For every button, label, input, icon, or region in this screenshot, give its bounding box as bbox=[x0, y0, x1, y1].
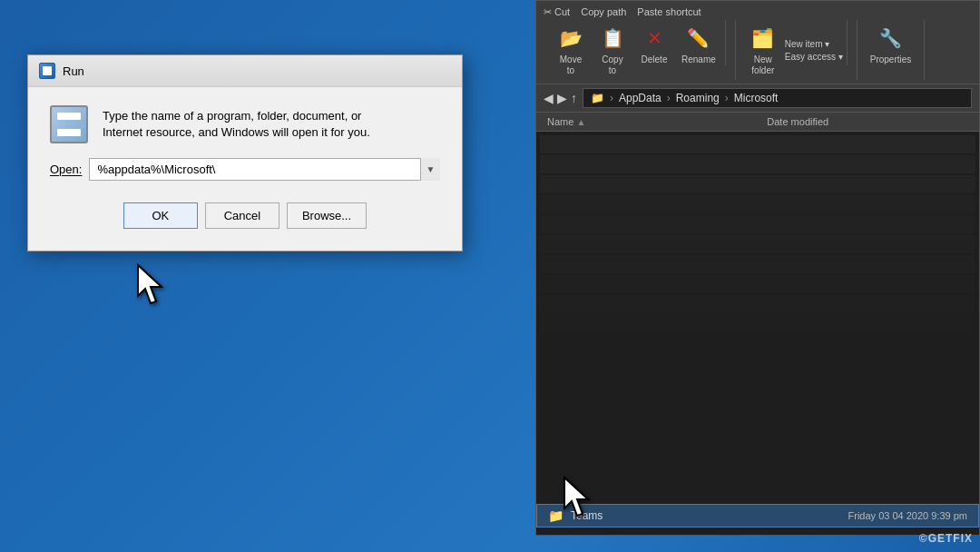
run-cancel-button[interactable]: Cancel bbox=[205, 202, 279, 229]
run-title-icon bbox=[39, 63, 55, 79]
rename-icon: ✏️ bbox=[684, 24, 713, 53]
blurred-row-6 bbox=[540, 235, 975, 253]
forward-button[interactable]: ▶ bbox=[557, 91, 567, 105]
blurred-row-2 bbox=[540, 155, 975, 173]
cut-menu-item[interactable]: ✂ Cut bbox=[544, 6, 570, 18]
run-browse-button[interactable]: Browse... bbox=[287, 202, 367, 229]
move-to-button[interactable]: 📂 Move to bbox=[551, 20, 591, 80]
run-header: Type the name of a program, folder, docu… bbox=[50, 105, 440, 143]
cursor-ok bbox=[136, 263, 172, 312]
ribbon: ✂ Cut Copy path Paste shortcut 📂 Move to… bbox=[536, 1, 979, 84]
copy-path-menu-item[interactable]: Copy path bbox=[581, 6, 626, 18]
ribbon-group-organize: 📂 Move to 📋 Copy to ✕ Delete ✏️ Rename bbox=[544, 20, 736, 80]
name-column-header[interactable]: Name ▲ bbox=[547, 116, 585, 127]
blurred-row-4 bbox=[540, 195, 975, 213]
desktop: ✂ Cut Copy path Paste shortcut 📂 Move to… bbox=[0, 0, 980, 552]
run-buttons: OK Cancel Browse... bbox=[50, 195, 440, 232]
ribbon-groups: 📂 Move to 📋 Copy to ✕ Delete ✏️ Rename bbox=[544, 20, 972, 80]
run-body: Type the name of a program, folder, docu… bbox=[28, 87, 462, 251]
breadcrumb-separator-2: › bbox=[725, 92, 729, 104]
back-button[interactable]: ◀ bbox=[544, 91, 554, 105]
blurred-row-3 bbox=[540, 175, 975, 193]
column-headers: Name ▲ Date modified bbox=[536, 113, 979, 132]
breadcrumb-separator-1: › bbox=[667, 92, 671, 104]
delete-button[interactable]: ✕ Delete bbox=[634, 20, 674, 80]
ribbon-separator-1 bbox=[725, 20, 726, 65]
nav-buttons: ◀ ▶ ↑ bbox=[544, 91, 577, 105]
run-big-icon bbox=[50, 105, 88, 143]
breadcrumb-folder-icon: 📁 bbox=[591, 92, 604, 104]
run-dialog: Run Type the name of a program, folder, … bbox=[27, 54, 463, 251]
new-folder-icon: 🗂️ bbox=[749, 24, 778, 53]
svg-marker-0 bbox=[138, 265, 162, 303]
breadcrumb-item-appdata[interactable]: AppData bbox=[619, 92, 662, 104]
move-to-icon: 📂 bbox=[556, 24, 585, 53]
teams-folder-row[interactable]: 📁 Teams Friday 03 04 2020 9:39 pm bbox=[536, 504, 979, 527]
teams-folder-date: Friday 03 04 2020 9:39 pm bbox=[848, 510, 967, 521]
run-input-wrapper: ▼ bbox=[89, 158, 440, 181]
easy-access-button[interactable]: Easy access ▾ bbox=[785, 52, 843, 62]
copy-to-icon: 📋 bbox=[598, 24, 627, 53]
blurred-files-area bbox=[536, 132, 979, 480]
ribbon-group-open: 🔧 Properties bbox=[858, 20, 926, 80]
breadcrumb-item-microsoft[interactable]: Microsoft bbox=[734, 92, 779, 104]
properties-icon: 🔧 bbox=[877, 24, 906, 53]
sort-indicator: ▲ bbox=[576, 117, 585, 127]
blurred-row-5 bbox=[540, 215, 975, 233]
run-title-bar: Run bbox=[28, 55, 462, 87]
new-item-button[interactable]: New item ▾ bbox=[785, 39, 843, 49]
blurred-row-10 bbox=[540, 315, 975, 333]
file-explorer-window: ✂ Cut Copy path Paste shortcut 📂 Move to… bbox=[535, 0, 980, 536]
teams-folder-icon: 📁 bbox=[548, 508, 564, 523]
address-bar: ◀ ▶ ↑ 📁 › AppData › Roaming › Microsoft bbox=[536, 84, 979, 113]
breadcrumb-item-roaming[interactable]: Roaming bbox=[676, 92, 720, 104]
blurred-row-8 bbox=[540, 275, 975, 293]
breadcrumb-separator-0: › bbox=[610, 92, 613, 104]
run-input[interactable] bbox=[89, 158, 440, 181]
blurred-row-1 bbox=[540, 135, 975, 153]
up-button[interactable]: ↑ bbox=[571, 91, 577, 105]
run-title-text: Run bbox=[63, 64, 84, 78]
teams-folder-name: Teams bbox=[571, 509, 848, 522]
run-open-row: Open: ▼ bbox=[50, 158, 440, 181]
rename-button[interactable]: ✏️ Rename bbox=[676, 20, 721, 80]
run-description: Type the name of a program, folder, docu… bbox=[103, 108, 370, 141]
address-path[interactable]: 📁 › AppData › Roaming › Microsoft bbox=[583, 88, 972, 108]
blurred-row-9 bbox=[540, 295, 975, 313]
run-open-label: Open: bbox=[50, 163, 82, 176]
run-ok-button[interactable]: OK bbox=[123, 202, 198, 229]
date-modified-column-header[interactable]: Date modified bbox=[767, 116, 828, 127]
ribbon-group-new: 🗂️ New folder New item ▾ Easy access ▾ bbox=[736, 20, 858, 80]
run-dropdown-button[interactable]: ▼ bbox=[420, 158, 440, 181]
ribbon-top-bar: ✂ Cut Copy path Paste shortcut bbox=[544, 5, 972, 20]
paste-shortcut-menu-item[interactable]: Paste shortcut bbox=[637, 6, 701, 18]
new-folder-button[interactable]: 🗂️ New folder bbox=[743, 20, 783, 80]
ribbon-separator-2 bbox=[847, 20, 848, 65]
file-list: 📁 Teams Friday 03 04 2020 9:39 pm bbox=[536, 132, 979, 535]
watermark: ©GETFIX bbox=[919, 532, 973, 545]
blurred-row-7 bbox=[540, 255, 975, 273]
properties-button[interactable]: 🔧 Properties bbox=[865, 20, 917, 80]
copy-to-button[interactable]: 📋 Copy to bbox=[593, 20, 632, 80]
delete-icon: ✕ bbox=[640, 24, 669, 53]
